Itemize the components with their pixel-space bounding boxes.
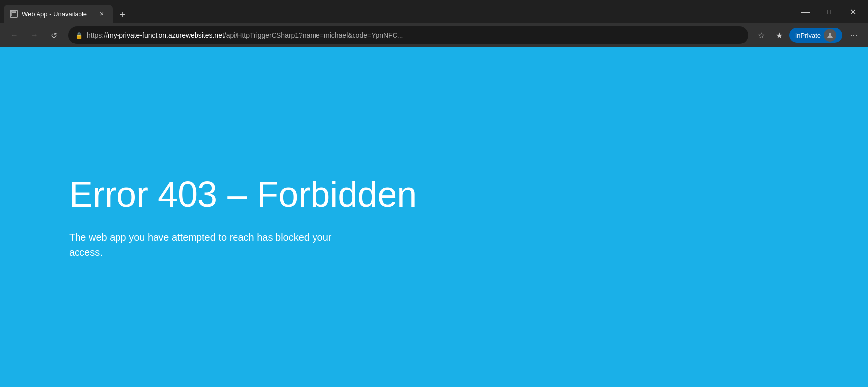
inprivate-button[interactable]: InPrivate xyxy=(789,28,842,43)
address-bar[interactable]: 🔒 https://my-private-function.azurewebsi… xyxy=(68,26,748,44)
more-options-button[interactable]: ··· xyxy=(845,27,862,43)
inprivate-label: InPrivate xyxy=(795,32,821,39)
url-path: /api/HttpTriggerCSharp1?name=michael&cod… xyxy=(224,31,403,39)
browser-tab[interactable]: Web App - Unavailable × xyxy=(4,5,113,23)
close-window-button[interactable]: ✕ xyxy=(841,4,864,20)
tab-close-button[interactable]: × xyxy=(97,9,107,19)
url-prefix: https:// xyxy=(87,31,108,39)
forward-button[interactable]: → xyxy=(26,27,42,43)
maximize-button[interactable]: □ xyxy=(818,4,840,20)
svg-rect-1 xyxy=(12,12,16,13)
url-domain: my-private-function.azurewebsites.net xyxy=(108,31,224,39)
url-display: https://my-private-function.azurewebsite… xyxy=(87,31,403,39)
browser-toolbar: ← → ↺ 🔒 https://my-private-function.azur… xyxy=(0,23,868,47)
reading-list-button[interactable]: ★ xyxy=(772,28,787,43)
new-tab-button[interactable]: + xyxy=(115,7,130,23)
minimize-button[interactable]: — xyxy=(794,4,817,20)
profile-avatar xyxy=(824,29,836,42)
tab-bar: Web App - Unavailable × + — □ ✕ xyxy=(0,0,868,23)
page-content: Error 403 – Forbidden The web app you ha… xyxy=(0,47,868,387)
error-title: Error 403 – Forbidden xyxy=(69,175,799,214)
lock-icon: 🔒 xyxy=(75,32,83,39)
tab-favicon-icon xyxy=(10,10,18,18)
back-button[interactable]: ← xyxy=(6,27,23,43)
refresh-button[interactable]: ↺ xyxy=(45,27,62,43)
error-description: The web app you have attempted to reach … xyxy=(69,230,365,259)
tab-title: Web App - Unavailable xyxy=(22,10,93,18)
browser-window: Web App - Unavailable × + — □ ✕ ← → ↺ 🔒 … xyxy=(0,0,868,387)
favorites-star-button[interactable]: ☆ xyxy=(754,28,769,43)
